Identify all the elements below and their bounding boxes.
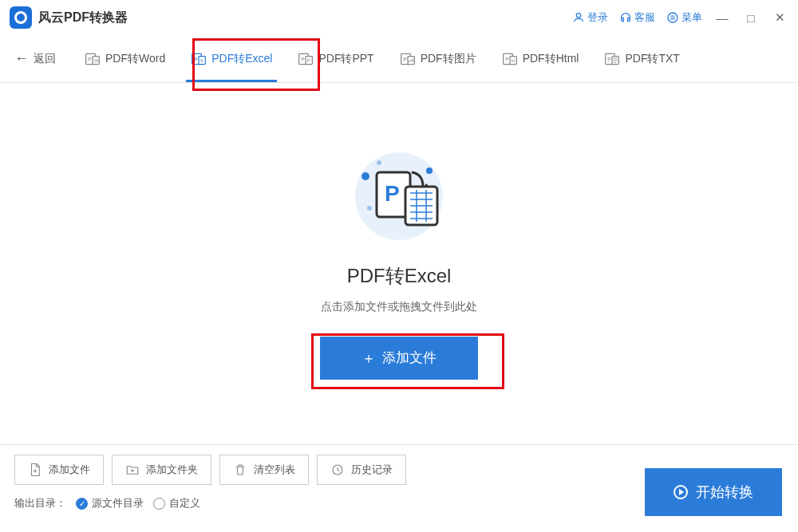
pdf-image-icon: P xyxy=(400,51,416,67)
menu-button[interactable]: 菜单 xyxy=(666,10,702,25)
add-folder-button[interactable]: 添加文件夹 xyxy=(112,455,211,485)
radio-checked-icon xyxy=(76,498,88,510)
close-button[interactable]: ✕ xyxy=(771,9,788,26)
svg-text:W: W xyxy=(94,58,99,63)
minimize-button[interactable]: — xyxy=(713,9,731,26)
app-title: 风云PDF转换器 xyxy=(38,10,128,26)
main-heading: PDF转Excel xyxy=(347,263,452,289)
tab-pdf-to-txt[interactable]: P PDF转TXT xyxy=(595,35,689,82)
title-bar: 风云PDF转换器 登录 客服 菜单 — □ ✕ xyxy=(0,0,798,35)
radio-source-dir[interactable]: 源文件目录 xyxy=(76,496,144,510)
sub-text: 点击添加文件或拖拽文件到此处 xyxy=(321,300,477,314)
menu-icon xyxy=(666,11,679,24)
play-icon xyxy=(674,485,688,499)
pdf-word-icon: PW xyxy=(85,51,101,67)
app-logo xyxy=(10,6,32,29)
history-button[interactable]: 历史记录 xyxy=(317,455,406,485)
svg-text:P: P xyxy=(608,56,612,61)
add-file-button[interactable]: 添加文件 xyxy=(14,455,104,485)
plus-icon: ＋ xyxy=(361,349,376,368)
tab-pdf-to-ppt[interactable]: PP PDF转PPT xyxy=(288,35,383,82)
svg-point-28 xyxy=(426,167,433,174)
svg-text:P: P xyxy=(194,56,198,61)
clear-list-button[interactable]: 清空列表 xyxy=(219,455,309,485)
drop-zone[interactable]: P PDF转Excel 点击添加文件或拖拽文件到此处 ＋ 添加文件 xyxy=(0,83,798,444)
back-arrow-icon: ← xyxy=(14,50,29,67)
start-convert-button[interactable]: 开始转换 xyxy=(645,468,782,516)
tab-bar: ← 返回 PW PDF转Word PX PDF转Excel PP PDF转PPT… xyxy=(0,35,798,83)
svg-text:P: P xyxy=(403,56,407,61)
clock-icon xyxy=(330,463,345,477)
svg-text:P: P xyxy=(385,181,400,206)
tab-pdf-to-html[interactable]: PH PDF转Html xyxy=(492,35,589,82)
svg-text:P: P xyxy=(505,56,509,61)
svg-rect-16 xyxy=(408,56,414,64)
login-button[interactable]: 登录 xyxy=(572,10,608,25)
pdf-ppt-icon: PP xyxy=(298,51,314,67)
maximize-button[interactable]: □ xyxy=(742,9,760,26)
svg-text:P: P xyxy=(307,58,310,63)
svg-text:P: P xyxy=(88,56,92,61)
svg-point-26 xyxy=(367,206,372,211)
bottom-bar: 添加文件 添加文件夹 清空列表 历史记录 输出目录： 源文件目录 自定义 开始转… xyxy=(0,444,798,532)
trash-icon xyxy=(233,463,247,477)
tab-pdf-to-word[interactable]: PW PDF转Word xyxy=(75,35,175,82)
file-plus-icon xyxy=(28,463,42,477)
add-file-main-button[interactable]: ＋ 添加文件 xyxy=(320,337,478,380)
radio-custom-dir[interactable]: 自定义 xyxy=(153,496,200,510)
back-button[interactable]: ← 返回 xyxy=(14,50,56,67)
svg-text:H: H xyxy=(511,58,514,63)
radio-unchecked-icon xyxy=(153,498,165,510)
svg-point-0 xyxy=(576,14,580,18)
folder-plus-icon xyxy=(125,463,140,477)
tab-group: PW PDF转Word PX PDF转Excel PP PDF转PPT P PD… xyxy=(75,35,689,82)
output-label: 输出目录： xyxy=(14,496,66,510)
tab-pdf-to-image[interactable]: P PDF转图片 xyxy=(390,35,486,82)
svg-text:P: P xyxy=(302,56,306,61)
pdf-txt-icon: P xyxy=(604,51,620,67)
illustration-icon: P xyxy=(343,148,455,244)
svg-point-27 xyxy=(377,160,381,165)
svg-text:X: X xyxy=(200,58,203,63)
support-button[interactable]: 客服 xyxy=(619,10,655,25)
tab-pdf-to-excel[interactable]: PX PDF转Excel xyxy=(181,35,282,82)
pdf-excel-icon: PX xyxy=(191,51,207,67)
headset-icon xyxy=(619,11,632,24)
user-icon xyxy=(572,11,585,24)
title-actions: 登录 客服 菜单 — □ ✕ xyxy=(572,9,788,26)
pdf-html-icon: PH xyxy=(502,51,518,67)
svg-point-25 xyxy=(361,172,369,180)
